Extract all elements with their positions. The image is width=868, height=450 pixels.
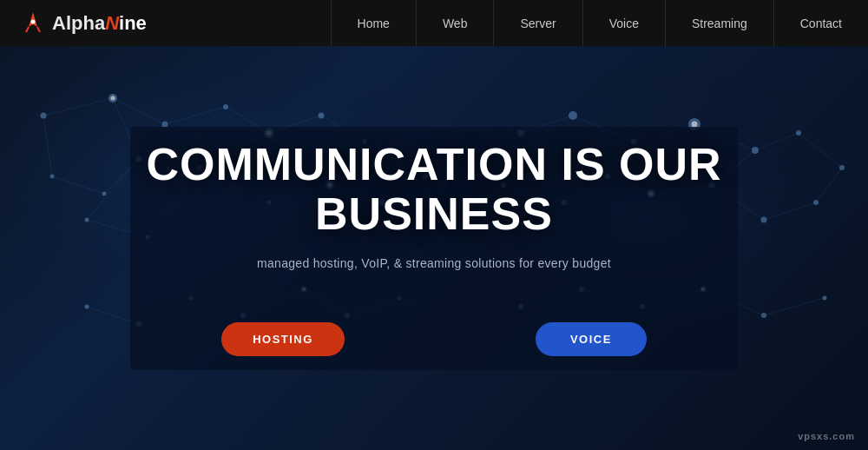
nav-links: Home Web Server Voice Streaming Contact	[181, 0, 868, 46]
nav-item-web[interactable]: Web	[416, 0, 494, 46]
hero-subtitle: managed hosting, VoIP, & streaming solut…	[257, 256, 611, 270]
navbar: AlphaNine Home Web Server Voice Streamin…	[0, 0, 868, 46]
hosting-button[interactable]: HOSTING	[221, 322, 345, 356]
hero-title: COMMUNICATION IS OUR BUSINESS	[146, 140, 721, 239]
hero-section: COMMUNICATION IS OUR BUSINESS managed ho…	[0, 46, 868, 450]
nav-item-voice[interactable]: Voice	[582, 0, 665, 46]
nav-item-server[interactable]: Server	[493, 0, 582, 46]
logo[interactable]: AlphaNine	[17, 8, 147, 39]
nav-item-contact[interactable]: Contact	[773, 0, 868, 46]
nav-item-home[interactable]: Home	[331, 0, 416, 46]
hero-buttons: HOSTING VOICE	[221, 322, 647, 356]
voice-button[interactable]: VOICE	[536, 322, 647, 356]
nav-item-streaming[interactable]: Streaming	[665, 0, 773, 46]
logo-icon	[17, 8, 49, 39]
hero-content: COMMUNICATION IS OUR BUSINESS managed ho…	[0, 46, 868, 450]
svg-point-4	[31, 19, 36, 23]
watermark: vpsxs.com	[798, 431, 855, 441]
